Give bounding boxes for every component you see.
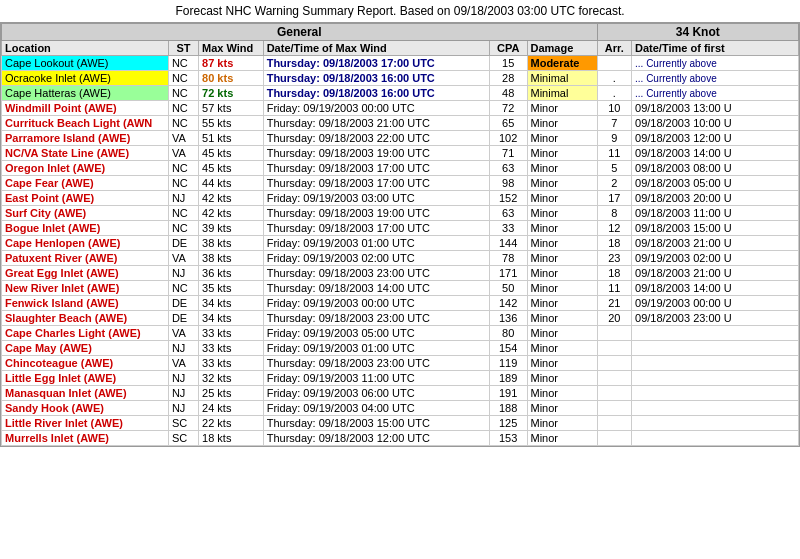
- cell-arr: 7: [597, 116, 631, 131]
- cell-st: NC: [168, 281, 198, 296]
- cell-first: 09/18/2003 14:00 U: [632, 146, 799, 161]
- cell-st: DE: [168, 236, 198, 251]
- cell-location: Patuxent River (AWE): [2, 251, 169, 266]
- cell-st: NC: [168, 116, 198, 131]
- cell-arr: .: [597, 71, 631, 86]
- cell-st: SC: [168, 431, 198, 446]
- cell-cpa: 142: [489, 296, 527, 311]
- cell-st: NJ: [168, 401, 198, 416]
- cell-maxwind: 45 kts: [199, 146, 264, 161]
- cell-datetime: Friday: 09/19/2003 00:00 UTC: [263, 101, 489, 116]
- table-row: Little River Inlet (AWE)SC22 ktsThursday…: [2, 416, 799, 431]
- table-row: Murrells Inlet (AWE)SC18 ktsThursday: 09…: [2, 431, 799, 446]
- cell-arr: .: [597, 86, 631, 101]
- cell-st: VA: [168, 131, 198, 146]
- col-st: ST: [168, 41, 198, 56]
- cell-maxwind: 80 kts: [199, 71, 264, 86]
- cell-cpa: 15: [489, 56, 527, 71]
- cell-maxwind: 36 kts: [199, 266, 264, 281]
- cell-datetime: Thursday: 09/18/2003 17:00 UTC: [263, 221, 489, 236]
- cell-first: [632, 386, 799, 401]
- general-section-header: General: [2, 24, 598, 41]
- cell-first: [632, 371, 799, 386]
- cell-arr: 23: [597, 251, 631, 266]
- col-arr: Arr.: [597, 41, 631, 56]
- col-first: Date/Time of first: [632, 41, 799, 56]
- cell-maxwind: 18 kts: [199, 431, 264, 446]
- cell-cpa: 50: [489, 281, 527, 296]
- cell-location: Cape Henlopen (AWE): [2, 236, 169, 251]
- cell-maxwind: 32 kts: [199, 371, 264, 386]
- table-row: Cape Henlopen (AWE)DE38 ktsFriday: 09/19…: [2, 236, 799, 251]
- cell-maxwind: 24 kts: [199, 401, 264, 416]
- table-row: Windmill Point (AWE)NC57 ktsFriday: 09/1…: [2, 101, 799, 116]
- cell-cpa: 78: [489, 251, 527, 266]
- cell-st: NJ: [168, 191, 198, 206]
- table-row: Great Egg Inlet (AWE)NJ36 ktsThursday: 0…: [2, 266, 799, 281]
- cell-st: SC: [168, 416, 198, 431]
- cell-damage: Minor: [527, 281, 597, 296]
- cell-damage: Moderate: [527, 56, 597, 71]
- cell-arr: [597, 431, 631, 446]
- table-row: Sandy Hook (AWE)NJ24 ktsFriday: 09/19/20…: [2, 401, 799, 416]
- table-row: NC/VA State Line (AWE)VA45 ktsThursday: …: [2, 146, 799, 161]
- cell-location: Windmill Point (AWE): [2, 101, 169, 116]
- cell-location: Great Egg Inlet (AWE): [2, 266, 169, 281]
- cell-datetime: Thursday: 09/18/2003 23:00 UTC: [263, 311, 489, 326]
- cell-cpa: 125: [489, 416, 527, 431]
- col-datetime: Date/Time of Max Wind: [263, 41, 489, 56]
- cell-location: Bogue Inlet (AWE): [2, 221, 169, 236]
- cell-maxwind: 35 kts: [199, 281, 264, 296]
- cell-maxwind: 87 kts: [199, 56, 264, 71]
- cell-maxwind: 72 kts: [199, 86, 264, 101]
- cell-location: Cape Fear (AWE): [2, 176, 169, 191]
- cell-first: 09/18/2003 14:00 U: [632, 281, 799, 296]
- table-row: Manasquan Inlet (AWE)NJ25 ktsFriday: 09/…: [2, 386, 799, 401]
- cell-damage: Minimal: [527, 71, 597, 86]
- cell-arr: 8: [597, 206, 631, 221]
- cell-arr: 12: [597, 221, 631, 236]
- cell-st: NC: [168, 221, 198, 236]
- cell-first: 09/18/2003 21:00 U: [632, 266, 799, 281]
- cell-damage: Minor: [527, 101, 597, 116]
- col-cpa: CPA: [489, 41, 527, 56]
- cell-location: Little Egg Inlet (AWE): [2, 371, 169, 386]
- cell-st: NC: [168, 176, 198, 191]
- cell-arr: [597, 341, 631, 356]
- cell-st: NJ: [168, 386, 198, 401]
- cell-damage: Minor: [527, 266, 597, 281]
- cell-location: New River Inlet (AWE): [2, 281, 169, 296]
- header: Forecast NHC Warning Summary Report. Bas…: [0, 0, 800, 22]
- table-row: East Point (AWE)NJ42 ktsFriday: 09/19/20…: [2, 191, 799, 206]
- cell-arr: [597, 356, 631, 371]
- cell-cpa: 72: [489, 101, 527, 116]
- cell-damage: Minor: [527, 221, 597, 236]
- cell-arr: 5: [597, 161, 631, 176]
- cell-location: Fenwick Island (AWE): [2, 296, 169, 311]
- cell-arr: 2: [597, 176, 631, 191]
- cell-cpa: 65: [489, 116, 527, 131]
- cell-arr: [597, 371, 631, 386]
- table-row: Surf City (AWE)NC42 ktsThursday: 09/18/2…: [2, 206, 799, 221]
- cell-first: 09/18/2003 10:00 U: [632, 116, 799, 131]
- cell-cpa: 28: [489, 71, 527, 86]
- cell-cpa: 171: [489, 266, 527, 281]
- cell-maxwind: 33 kts: [199, 356, 264, 371]
- cell-datetime: Thursday: 09/18/2003 21:00 UTC: [263, 116, 489, 131]
- cell-maxwind: 33 kts: [199, 341, 264, 356]
- cell-arr: 18: [597, 236, 631, 251]
- cell-cpa: 80: [489, 326, 527, 341]
- cell-cpa: 188: [489, 401, 527, 416]
- cell-st: NJ: [168, 266, 198, 281]
- cell-location: Manasquan Inlet (AWE): [2, 386, 169, 401]
- cell-damage: Minor: [527, 206, 597, 221]
- cell-location: Cape Hatteras (AWE): [2, 86, 169, 101]
- cell-damage: Minor: [527, 146, 597, 161]
- cell-datetime: Thursday: 09/18/2003 15:00 UTC: [263, 416, 489, 431]
- table-row: Cape Fear (AWE)NC44 ktsThursday: 09/18/2…: [2, 176, 799, 191]
- table-row: Bogue Inlet (AWE)NC39 ktsThursday: 09/18…: [2, 221, 799, 236]
- cell-damage: Minor: [527, 386, 597, 401]
- table-row: Little Egg Inlet (AWE)NJ32 ktsFriday: 09…: [2, 371, 799, 386]
- cell-maxwind: 42 kts: [199, 206, 264, 221]
- table-row: Cape Charles Light (AWE)VA33 ktsFriday: …: [2, 326, 799, 341]
